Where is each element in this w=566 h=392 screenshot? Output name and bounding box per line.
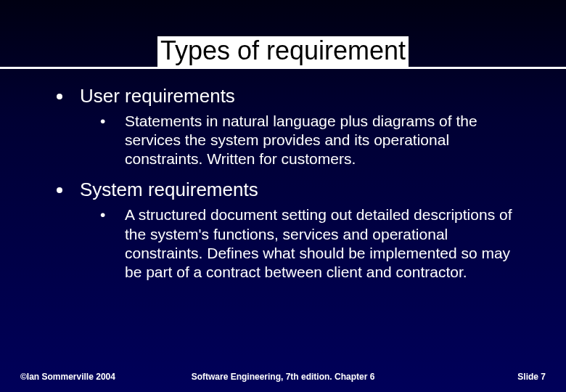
bullet-heading: System requirements bbox=[80, 179, 258, 200]
footer-right: Slide 7 bbox=[517, 372, 546, 382]
slide-title: Types of requirement bbox=[157, 36, 409, 67]
footer: ©Ian Sommerville 2004 Software Engineeri… bbox=[0, 372, 566, 382]
sub-bullet-text: Statements in natural language plus diag… bbox=[125, 113, 477, 168]
sub-bullet-item: Statements in natural language plus diag… bbox=[80, 112, 522, 169]
bullet-heading: User requirements bbox=[80, 85, 235, 107]
footer-left: ©Ian Sommerville 2004 bbox=[20, 372, 115, 382]
slide: Types of requirement User requirements S… bbox=[0, 0, 566, 392]
sub-bullet-item: A structured document setting out detail… bbox=[80, 205, 522, 282]
bullet-item: User requirements Statements in natural … bbox=[44, 85, 522, 169]
footer-center: Software Engineering, 7th edition. Chapt… bbox=[192, 372, 375, 382]
bullet-item: System requirements A structured documen… bbox=[44, 179, 522, 282]
content-area: User requirements Statements in natural … bbox=[0, 69, 566, 282]
title-area: Types of requirement bbox=[0, 0, 566, 67]
sub-bullet-text: A structured document setting out detail… bbox=[125, 206, 512, 280]
